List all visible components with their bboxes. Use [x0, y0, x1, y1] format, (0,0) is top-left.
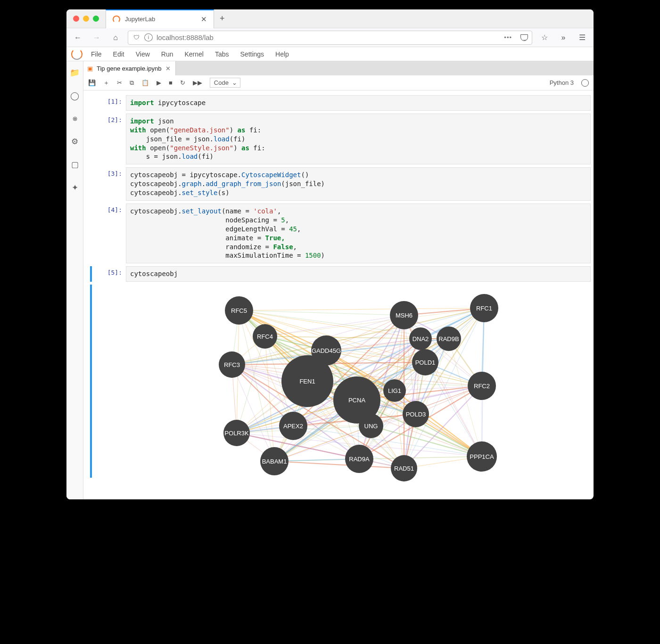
graph-node[interactable]: POLR3K: [223, 420, 250, 446]
cut-icon[interactable]: ✂: [117, 79, 122, 86]
graph-node[interactable]: MSH6: [390, 301, 418, 329]
graph-node[interactable]: RFC5: [225, 296, 253, 325]
menu-tabs[interactable]: Tabs: [209, 47, 235, 61]
cell-code[interactable]: import json with open("geneData.json") a…: [126, 114, 591, 164]
cell-prompt: [3]:: [98, 167, 126, 201]
graph-node[interactable]: RFC1: [470, 294, 498, 322]
graph-node[interactable]: RAD9A: [345, 445, 373, 473]
notebook-tab-title: Tip gene example.ipynb: [97, 65, 162, 72]
notebook-tab[interactable]: ▣ Tip gene example.ipynb ✕: [83, 61, 176, 75]
jupyterlab-body: 📁 ◯ ⎈ ⚙ ▢ ✦ ▣ Tip gene example.ipynb ✕ 💾…: [66, 61, 594, 499]
cell-code[interactable]: cytoscapeobj.set_layout(name = 'cola', n…: [126, 204, 591, 263]
code-cell[interactable]: [1]:import ipycytoscape: [98, 95, 591, 111]
kernel-name[interactable]: Python 3: [550, 79, 574, 86]
graph-node[interactable]: POLD3: [403, 401, 429, 427]
restart-icon[interactable]: ↻: [180, 79, 185, 86]
overflow-icon[interactable]: »: [557, 33, 570, 42]
close-window[interactable]: [73, 16, 79, 22]
main-panel: ▣ Tip gene example.ipynb ✕ 💾 ＋ ✂ ⧉ 📋 ▶ ■…: [83, 61, 594, 499]
tabs-icon[interactable]: ▢: [71, 160, 79, 170]
close-notebook-icon[interactable]: ✕: [165, 65, 171, 72]
browser-titlebar: JupyterLab ✕ +: [66, 9, 594, 28]
stop-icon[interactable]: ■: [169, 79, 173, 86]
running-icon[interactable]: ◯: [70, 91, 79, 101]
graph-node[interactable]: POLD1: [412, 349, 438, 375]
url-bar[interactable]: 🛡 i localhost:8888/lab ••• ⌄: [128, 31, 532, 45]
notebook-cells[interactable]: [1]:import ipycytoscape[2]:import json w…: [83, 90, 594, 499]
home-button[interactable]: ⌂: [109, 31, 122, 44]
browser-navbar: ← → ⌂ 🛡 i localhost:8888/lab ••• ⌄ ☆ » ☰: [66, 28, 594, 47]
forward-button[interactable]: →: [90, 31, 103, 44]
menu-help[interactable]: Help: [270, 47, 295, 61]
info-icon[interactable]: i: [144, 33, 153, 41]
cell-code[interactable]: cytoscapeobj: [126, 266, 591, 282]
cell-prompt: [5]:: [98, 266, 126, 282]
folder-icon[interactable]: 📁: [70, 68, 80, 78]
pocket-icon[interactable]: ⌄: [520, 34, 528, 41]
jupyter-logo-icon: [71, 49, 82, 60]
run-icon[interactable]: ▶: [157, 79, 161, 86]
graph-node[interactable]: BABAM1: [260, 447, 289, 475]
browser-window: JupyterLab ✕ + ← → ⌂ 🛡 i localhost:8888/…: [66, 9, 594, 499]
graph-node[interactable]: APEX2: [279, 412, 307, 440]
jupyterlab-menubar: FileEditViewRunKernelTabsSettingsHelp: [66, 47, 594, 61]
save-icon[interactable]: 💾: [88, 79, 96, 86]
code-cell[interactable]: [2]:import json with open("geneData.json…: [98, 114, 591, 164]
menu-settings[interactable]: Settings: [235, 47, 270, 61]
traffic-lights: [66, 16, 106, 22]
menu-file[interactable]: File: [85, 47, 107, 61]
close-tab-icon[interactable]: ✕: [201, 15, 207, 24]
fast-forward-icon[interactable]: ▶▶: [193, 79, 202, 86]
svg-line-1: [239, 308, 484, 310]
property-inspector-icon[interactable]: ⚙: [71, 137, 78, 147]
graph-node[interactable]: RAD51: [391, 455, 417, 481]
svg-line-184: [237, 414, 416, 433]
hamburger-icon[interactable]: ☰: [576, 33, 589, 42]
notebook-toolbar: 💾 ＋ ✂ ⧉ 📋 ▶ ■ ↻ ▶▶ Code Python 3: [83, 75, 594, 90]
svg-line-207: [274, 457, 482, 461]
maximize-window[interactable]: [93, 16, 99, 22]
cell-code[interactable]: import ipycytoscape: [126, 95, 591, 111]
code-cell[interactable]: [3]:cytoscapeobj = ipycytoscape.Cytoscap…: [98, 167, 591, 201]
shield-icon: 🛡: [132, 34, 140, 41]
cell-type-select[interactable]: Code: [210, 78, 240, 88]
graph-node[interactable]: PPP1CA: [467, 441, 497, 472]
menu-view[interactable]: View: [130, 47, 156, 61]
cell-prompt: [2]:: [98, 114, 126, 164]
notebook-icon: ▣: [87, 65, 93, 72]
browser-tab-title: JupyterLab: [125, 16, 155, 23]
graph-node[interactable]: UNG: [359, 414, 383, 438]
graph-node[interactable]: DNA2: [409, 327, 432, 350]
url-text: localhost:8888/lab: [157, 33, 214, 41]
graph-node[interactable]: RFC3: [219, 351, 245, 378]
commands-icon[interactable]: ⎈: [73, 114, 77, 123]
graph-node[interactable]: LIG1: [383, 379, 406, 402]
kernel-status-icon[interactable]: [581, 79, 589, 87]
svg-line-21: [265, 315, 404, 336]
copy-icon[interactable]: ⧉: [130, 79, 134, 87]
cytoscape-graph[interactable]: RFC5MSH6RFC1RFC4DNA2RAD9BGADD45GRFC3POLD…: [131, 289, 591, 478]
extension-icon[interactable]: ✦: [72, 183, 78, 193]
url-more-icon[interactable]: •••: [504, 34, 512, 41]
code-cell[interactable]: [5]:cytoscapeobj: [98, 266, 591, 282]
code-cell[interactable]: [4]:cytoscapeobj.set_layout(name = 'cola…: [98, 204, 591, 263]
new-tab-button[interactable]: +: [214, 14, 231, 24]
left-sidebar: 📁 ◯ ⎈ ⚙ ▢ ✦: [66, 61, 83, 499]
notebook-tabs: ▣ Tip gene example.ipynb ✕: [83, 61, 594, 75]
minimize-window[interactable]: [83, 16, 89, 22]
graph-node[interactable]: FEN1: [281, 355, 333, 407]
graph-node[interactable]: RFC2: [468, 372, 496, 400]
cell-output: RFC5MSH6RFC1RFC4DNA2RAD9BGADD45GRFC3POLD…: [98, 285, 591, 478]
graph-node[interactable]: RFC4: [253, 324, 277, 349]
bookmark-icon[interactable]: ☆: [538, 33, 551, 42]
menu-run[interactable]: Run: [156, 47, 179, 61]
graph-node[interactable]: RAD9B: [437, 326, 461, 351]
cell-code[interactable]: cytoscapeobj = ipycytoscape.CytoscapeWid…: [126, 167, 591, 201]
browser-tab[interactable]: JupyterLab ✕: [106, 9, 214, 28]
back-button[interactable]: ←: [71, 31, 84, 44]
menu-kernel[interactable]: Kernel: [179, 47, 209, 61]
paste-icon[interactable]: 📋: [141, 79, 149, 86]
add-cell-icon[interactable]: ＋: [103, 79, 109, 87]
cell-prompt: [1]:: [98, 95, 126, 111]
menu-edit[interactable]: Edit: [107, 47, 130, 61]
